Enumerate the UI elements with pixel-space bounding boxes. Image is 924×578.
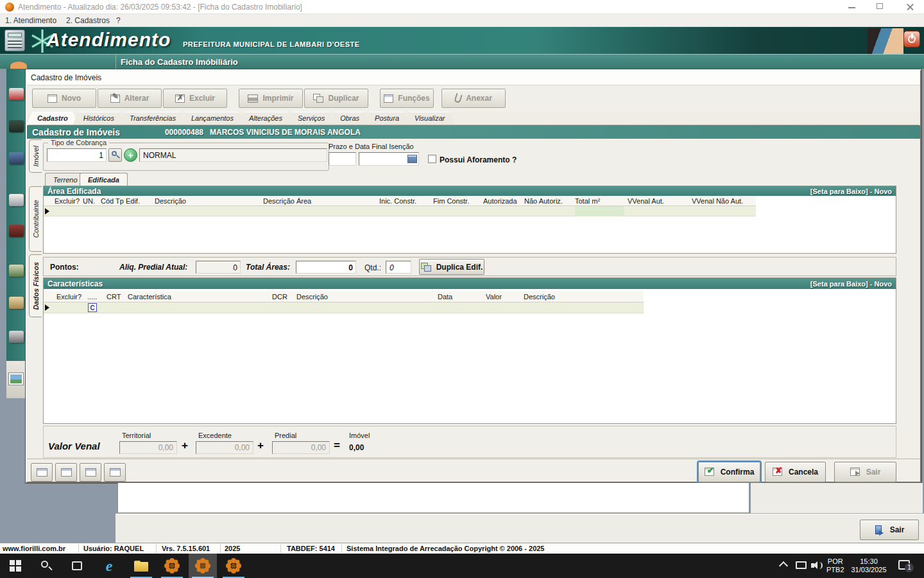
tab-alteracoes[interactable]: Alterações <box>239 112 293 125</box>
area-edificada-empty-row[interactable] <box>44 206 756 216</box>
taskbar-explorer[interactable] <box>127 554 155 578</box>
network-icon[interactable] <box>796 561 807 569</box>
col-cod-tp-edif[interactable]: Cód Tp Edif. <box>101 197 140 205</box>
tab-visualizar[interactable]: Visualizar <box>404 112 456 125</box>
col-descricao[interactable]: Descrição <box>155 197 186 205</box>
nav-prev-button[interactable] <box>55 463 77 482</box>
col-c-caracteristica[interactable]: Característica <box>128 293 171 301</box>
menu-atendimento[interactable]: 1. Atendimento <box>5 16 56 25</box>
nav-next-button[interactable] <box>80 463 101 482</box>
menu-help[interactable]: ? <box>116 16 121 25</box>
col-c-crt[interactable]: CRT <box>107 293 121 301</box>
parent-right-panel <box>751 483 923 513</box>
start-button[interactable] <box>1 554 30 578</box>
add-icon[interactable]: + <box>124 148 137 162</box>
sidebar-icon-6[interactable] <box>9 265 24 277</box>
col-excluir[interactable]: Excluir? <box>55 197 80 205</box>
sidebar-icon-1[interactable] <box>9 88 24 100</box>
side-tab-dados-fisicos[interactable]: Dados Físicos <box>29 254 42 317</box>
sidebar-icon-8[interactable] <box>9 331 24 343</box>
aforamento-checkbox[interactable] <box>428 155 436 163</box>
sidebar-icon-3[interactable] <box>9 152 24 164</box>
menu-cadastros[interactable]: 2. Cadastros <box>66 16 110 25</box>
restore-icon[interactable] <box>877 3 883 9</box>
aliq-predial-input[interactable]: 0 <box>196 261 241 274</box>
sidebar-icon-7[interactable] <box>9 297 24 309</box>
novo-button[interactable]: Novo <box>32 89 96 108</box>
funcoes-button[interactable]: Funções <box>380 89 434 108</box>
close-icon[interactable] <box>906 3 914 11</box>
record-title: Cadastro de Imóveis <box>32 127 120 137</box>
caracteristicas-empty-row[interactable]: C <box>44 302 644 313</box>
col-vvenal-aut[interactable]: VVenal Aut. <box>628 197 664 205</box>
characteristic-c-icon[interactable]: C <box>88 303 97 312</box>
sair-button-disabled[interactable]: Sair <box>834 462 896 482</box>
search-lookup-button[interactable] <box>108 148 122 162</box>
taskbar-ie[interactable]: e <box>95 554 123 578</box>
tab-cadastro[interactable]: Cadastro <box>27 112 78 125</box>
col-un[interactable]: UN. <box>83 197 95 205</box>
col-nao-autoriz[interactable]: Não Autoriz. <box>524 197 563 205</box>
tab-transferencias[interactable]: Transferências <box>119 112 186 125</box>
dialog-caption: Cadastro de Imóveis <box>27 71 920 85</box>
tab-obras[interactable]: Obras <box>330 112 370 125</box>
cancela-button[interactable]: ✘ Cancela <box>765 462 826 482</box>
col-c-dots[interactable]: ..... <box>87 293 97 301</box>
col-c-valor[interactable]: Valor <box>486 293 502 301</box>
data-final-isencao-input[interactable] <box>359 152 419 166</box>
taskbar-fiorilli-2-active[interactable] <box>189 554 217 578</box>
nav-last-button[interactable] <box>104 463 126 482</box>
col-c-dcr[interactable]: DCR <box>272 293 287 301</box>
nav-first-button[interactable] <box>31 463 53 482</box>
imprimir-button[interactable]: Imprimir <box>239 89 303 108</box>
sidebar-icon-4[interactable] <box>9 194 24 206</box>
minimize-icon[interactable] <box>848 7 855 8</box>
col-c-data[interactable]: Data <box>438 293 452 301</box>
page-header: Ficha do Cadastro Imóbiliário <box>0 54 924 69</box>
col-inic-constr[interactable]: Inic. Constr. <box>379 197 416 205</box>
power-button-icon[interactable] <box>903 31 920 48</box>
taskbar-fiorilli-3[interactable] <box>219 554 248 578</box>
tray-chevron-icon[interactable] <box>779 561 788 570</box>
subtab-edificada[interactable]: Edificada <box>80 173 128 186</box>
tray-clock[interactable]: 15:30 31/03/2025 <box>846 557 892 574</box>
side-tab-contribuinte[interactable]: Contribuinte <box>29 186 42 252</box>
qtd-input[interactable]: 0 <box>386 261 411 274</box>
duplica-edif-button[interactable]: Duplica Edif. <box>419 259 484 275</box>
sidebar-icon-5[interactable] <box>9 225 24 237</box>
parent-sair-button[interactable]: Sair <box>860 520 919 540</box>
alterar-button[interactable]: ✎ Alterar <box>98 89 162 108</box>
app-banner: Atendimento PREFEITURA MUNICIPAL DE LAMB… <box>0 27 924 54</box>
fiorilli-app-icon <box>164 558 180 574</box>
tab-servicos[interactable]: Serviços <box>287 112 335 125</box>
col-vvenal-nao-aut[interactable]: VVenal Não Aut. <box>692 197 743 205</box>
col-descricao-area[interactable]: Descrição Área <box>263 197 311 205</box>
col-total-m2[interactable]: Total m² <box>575 197 600 205</box>
tipo-cobranca-input[interactable]: 1 <box>47 148 107 162</box>
notification-icon[interactable]: 1 <box>898 560 910 570</box>
col-c-descricao2[interactable]: Descrição <box>524 293 555 301</box>
picture-icon[interactable] <box>8 372 24 385</box>
task-view-button[interactable] <box>63 554 91 578</box>
col-c-descricao[interactable]: Descrição <box>296 293 328 301</box>
excluir-button[interactable]: ✗ Excluir <box>163 89 227 108</box>
col-fim-constr[interactable]: Fim Constr. <box>433 197 469 205</box>
tab-lancamentos[interactable]: Lançamentos <box>181 112 244 125</box>
tray-language[interactable]: POR PTB2 <box>826 557 844 574</box>
taskbar-search-button[interactable] <box>32 554 60 578</box>
tray-lang-line1: POR <box>826 557 844 566</box>
tab-postura[interactable]: Postura <box>364 112 409 125</box>
side-tab-imovel[interactable]: Imóvel <box>29 139 42 173</box>
duplicar-button[interactable]: Duplicar <box>304 89 368 108</box>
prazo-input[interactable] <box>329 152 356 166</box>
tab-historicos[interactable]: Históricos <box>73 112 124 125</box>
col-autorizada[interactable]: Autorizada <box>483 197 517 205</box>
col-c-excluir[interactable]: Excluir? <box>56 293 81 301</box>
anexar-button[interactable]: Anexar <box>441 89 506 108</box>
calendar-icon[interactable] <box>407 155 417 163</box>
row-marker-icon <box>45 304 49 311</box>
total-areas-input[interactable]: 0 <box>296 261 356 274</box>
sidebar-icon-2[interactable] <box>9 120 24 132</box>
taskbar-fiorilli-1[interactable] <box>158 554 186 578</box>
confirma-button[interactable]: ✔ Confirma <box>698 462 760 482</box>
